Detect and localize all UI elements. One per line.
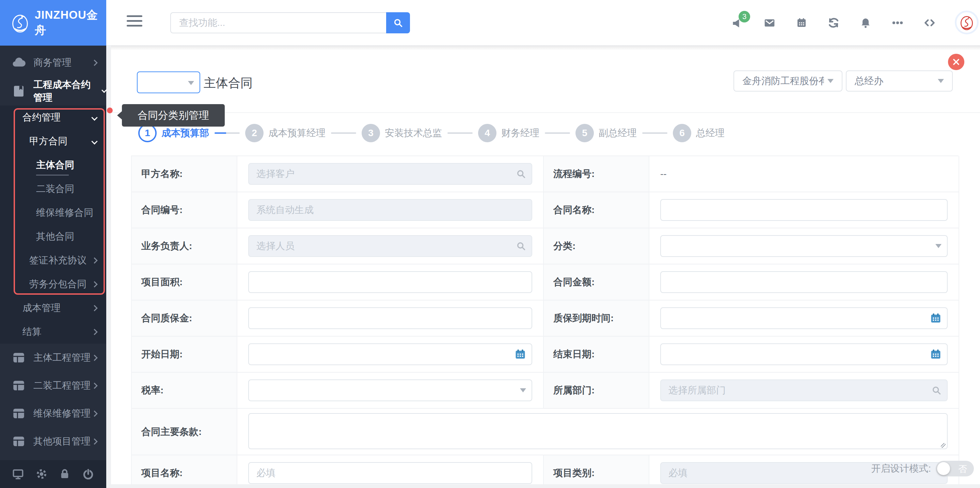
search-icon [931, 385, 942, 395]
app-logo[interactable]: JINZHOU金舟 [0, 0, 106, 46]
mail-icon[interactable] [763, 16, 776, 29]
step-connector [545, 132, 570, 134]
monitor-icon[interactable] [11, 467, 24, 480]
step-5: 5 副总经理 [576, 124, 673, 142]
gear-icon[interactable] [35, 467, 48, 480]
sidebar-item-label: 主体合同 [36, 158, 74, 171]
sidebar-item-contract-mgmt[interactable]: 合约管理 [0, 106, 106, 129]
contract-number-input[interactable] [248, 199, 532, 221]
bell-icon[interactable] [859, 16, 872, 29]
close-icon [952, 58, 960, 66]
chevron-right-icon [91, 305, 97, 311]
category-select[interactable] [660, 235, 948, 257]
sidebar-item-business-mgmt[interactable]: 商务管理 [0, 48, 106, 77]
sidebar-item-party-a-contract[interactable]: 甲方合同 [0, 129, 106, 153]
field-label: 质保到期时间: [544, 301, 649, 337]
field-label: 所属部门: [544, 372, 649, 409]
search-icon [516, 169, 526, 179]
sidebar-submenu: 合约管理 甲方合同 主体合同 二装合同 维保维修合同 其他合同 签证补充协议 [0, 106, 106, 344]
sidebar-item-secondary-decoration-contract[interactable]: 二装合同 [0, 177, 106, 201]
notification-badge: 3 [738, 11, 750, 22]
sidebar-item-label: 合约管理 [22, 111, 60, 124]
chevron-down-icon [188, 81, 194, 85]
sidebar-item-label: 签证补充协议 [29, 254, 86, 267]
field-label: 项目名称: [132, 455, 237, 488]
start-date-input[interactable] [248, 343, 532, 365]
end-date-input[interactable] [660, 343, 948, 365]
layout-icon [11, 350, 26, 365]
step-4: 4 财务经理 [478, 124, 576, 142]
contract-form: 甲方名称: 流程编号: -- 合同编号: 合同名称: 业务负责人: 分类: [131, 155, 959, 488]
chevron-down-icon [520, 388, 526, 392]
sidebar-item-label: 二装工程管理 [33, 379, 91, 392]
announcement-icon[interactable]: 3 [731, 16, 744, 29]
company-select[interactable]: 金舟消防工程股份有限 [733, 70, 842, 92]
chevron-down-icon [935, 244, 942, 248]
sidebar-item-labor-subcontract[interactable]: 劳务分包合同 [0, 272, 106, 296]
close-button[interactable] [948, 54, 964, 70]
design-mode-toggle[interactable]: 否 [936, 461, 974, 477]
sidebar-item-secondary-project-mgmt[interactable]: 二装工程管理 [0, 372, 106, 399]
contract-category-select[interactable] [137, 71, 200, 93]
chevron-down-icon [91, 138, 97, 144]
calendar-icon[interactable] [795, 16, 808, 29]
search-button[interactable] [386, 12, 410, 33]
contract-amount-input[interactable] [660, 271, 948, 293]
contract-terms-textarea[interactable] [248, 413, 948, 449]
project-area-input[interactable] [248, 271, 532, 293]
user-avatar[interactable] [955, 11, 978, 34]
chevron-down-icon [827, 79, 834, 83]
approval-stepper: 1 成本预算部 2 成本预算经理 3 安装技术总监 4 财务经理 5 副总经理 … [138, 123, 725, 143]
chevron-right-icon [91, 438, 97, 444]
field-label: 分类: [544, 228, 649, 265]
field-label: 流程编号: [544, 156, 649, 192]
sync-icon[interactable] [827, 16, 840, 29]
annotation-dot [107, 108, 113, 113]
code-icon[interactable] [923, 16, 936, 29]
sidebar-item-settlement[interactable]: 结算 [0, 320, 106, 344]
project-name-input[interactable] [248, 462, 532, 484]
header-divider [111, 112, 980, 113]
sidebar-item-maintenance-contract[interactable]: 维保维修合同 [0, 201, 106, 225]
department-input[interactable] [660, 379, 948, 401]
step-connector [447, 132, 473, 134]
tooltip-text: 合同分类别管理 [138, 109, 209, 122]
topbar: 3 [106, 0, 980, 46]
step-2: 2 成本预算经理 [245, 124, 362, 142]
contract-name-input[interactable] [660, 199, 948, 221]
sidebar-item-other-contract[interactable]: 其他合同 [0, 225, 106, 249]
warranty-deposit-input[interactable] [248, 307, 532, 329]
page-title: 主体合同 [204, 75, 253, 92]
bottom-strip [106, 484, 980, 488]
department-select[interactable]: 总经办 [846, 70, 953, 92]
sidebar-item-main-project-mgmt[interactable]: 主体工程管理 [0, 344, 106, 372]
warranty-expiry-date-input[interactable] [660, 307, 948, 329]
date-picker-icon[interactable] [930, 349, 942, 360]
sidebar-item-other-project-mgmt[interactable]: 其他项目管理 [0, 428, 106, 455]
chevron-down-icon [91, 114, 97, 120]
menu-toggle-button[interactable] [127, 15, 142, 30]
chevron-right-icon [91, 281, 97, 287]
sidebar-item-maintenance-mgmt[interactable]: 维保维修管理 [0, 399, 106, 428]
field-label: 合同名称: [544, 192, 649, 228]
business-manager-input[interactable] [248, 235, 532, 257]
field-label: 合同金额: [544, 265, 649, 301]
sidebar-item-label: 维保维修管理 [33, 407, 91, 420]
date-picker-icon[interactable] [514, 349, 526, 360]
power-icon[interactable] [82, 467, 95, 480]
more-icon[interactable] [891, 16, 904, 29]
date-picker-icon[interactable] [930, 312, 942, 324]
party-a-name-input[interactable] [248, 163, 532, 185]
sidebar-item-cost-mgmt[interactable]: 成本管理 [0, 296, 106, 320]
sidebar-item-project-cost-contract-mgmt[interactable]: 工程成本合约管理 [0, 77, 106, 106]
field-label: 合同编号: [132, 192, 237, 228]
search-input[interactable] [170, 12, 386, 33]
search-icon [393, 18, 403, 28]
field-label: 结束日期: [544, 337, 649, 372]
resize-handle-icon[interactable] [941, 443, 946, 448]
lock-icon[interactable] [58, 467, 71, 480]
tax-rate-select[interactable] [248, 379, 532, 401]
chevron-right-icon [91, 60, 97, 66]
sidebar-item-visa-supplement[interactable]: 签证补充协议 [0, 249, 106, 272]
sidebar-item-main-contract[interactable]: 主体合同 [0, 153, 106, 177]
